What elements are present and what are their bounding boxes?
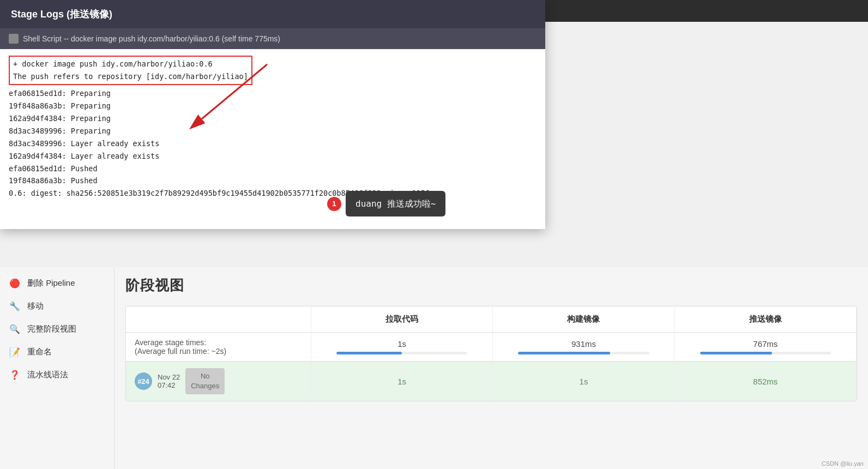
build-badge[interactable]: #24 [135, 372, 152, 390]
help-icon: ❓ [9, 369, 21, 381]
avg-time-3: 767ms [753, 339, 777, 348]
sidebar-item-label: 删除 Pipeline [27, 278, 75, 288]
col-header-gjjx: 构建镜像 [493, 306, 674, 332]
annotation-tooltip: 1 duang 推送成功啦~ [327, 191, 445, 217]
build-row: #24 Nov 22 07:42 NoChanges 1s 1s 852ms [126, 362, 857, 401]
avg-value-3: 767ms [675, 333, 857, 361]
stage-logs-body: + docker image push idy.com/harbor/yilia… [0, 49, 545, 229]
avg-full-run: (Average full run time: ~2s) [135, 347, 302, 356]
terminal-icon [9, 34, 19, 44]
stage-logs-subheader: Shell Script -- docker image push idy.co… [0, 28, 545, 49]
watermark: CSDN @liu.yan [822, 460, 864, 467]
sidebar-item-label: 完整阶段视图 [27, 324, 76, 334]
log-highlighted-block: + docker image push idy.com/harbor/yilia… [9, 56, 252, 85]
log-line-1: The push refers to repository [idy.com/h… [13, 70, 248, 83]
stage-logs-panel: Stage Logs (推送镜像) Shell Script -- docker… [0, 0, 545, 229]
log-line-8: efa06815ed1d: Pushed [9, 163, 537, 175]
col-header-tsjx: 推送镜像 [675, 306, 857, 332]
main-area: 阶段视图 拉取代码 构建镜像 推送镜像 Average stage times:… [114, 267, 868, 469]
log-line-9: 19f848a86a3b: Pushed [9, 175, 537, 187]
no-changes-box: NoChanges [185, 368, 225, 394]
sidebar: 🔴 删除 Pipeline 🔧 移动 🔍 完整阶段视图 📝 重命名 ❓ 流水线语… [0, 267, 114, 469]
sidebar-item-label: 流水线语法 [27, 370, 68, 380]
subheader-text: Shell Script -- docker image push idy.co… [23, 34, 280, 43]
progress-fill-2 [518, 352, 610, 354]
build-time-1: 1s [311, 362, 493, 401]
stage-logs-header: Stage Logs (推送镜像) [0, 0, 545, 28]
annotation-badge: 1 [327, 197, 341, 211]
col-header-lqdk: 拉取代码 [311, 306, 493, 332]
build-info: Nov 22 07:42 [158, 373, 180, 389]
pipeline-table: 拉取代码 构建镜像 推送镜像 Average stage times: (Ave… [125, 306, 857, 401]
build-time-3: 852ms [675, 362, 857, 401]
progress-track-1 [336, 352, 467, 354]
build-info-cell: #24 Nov 22 07:42 NoChanges [126, 362, 311, 401]
sidebar-item-label: 移动 [27, 301, 44, 311]
delete-icon: 🔴 [9, 277, 21, 289]
avg-time-2: 931ms [571, 339, 596, 348]
main-title: 阶段视图 [125, 276, 857, 295]
sidebar-item-full-stage-view[interactable]: 🔍 完整阶段视图 [0, 317, 114, 340]
sidebar-item-delete-pipeline[interactable]: 🔴 删除 Pipeline [0, 272, 114, 294]
view-icon: 🔍 [9, 323, 21, 335]
table-header: 拉取代码 构建镜像 推送镜像 [126, 306, 857, 333]
build-time: 07:42 [158, 381, 180, 389]
move-icon: 🔧 [9, 300, 21, 312]
log-line-10: 0.6: digest: sha256:520851e3b319c2f7b892… [9, 187, 537, 200]
log-line-3: 19f848a86a3b: Preparing [9, 100, 537, 112]
log-line-5: 8d3ac3489996: Preparing [9, 125, 537, 137]
annotation-bubble: duang 推送成功啦~ [346, 191, 445, 217]
avg-value-2: 931ms [493, 333, 674, 361]
progress-track-3 [700, 352, 831, 354]
log-line-2: efa06815ed1d: Preparing [9, 87, 537, 100]
avg-value-1: 1s [311, 333, 493, 361]
avg-time-1: 1s [397, 339, 406, 348]
sidebar-item-rename[interactable]: 📝 重命名 [0, 340, 114, 363]
log-line-6: 8d3ac3489996: Layer already exists [9, 137, 537, 150]
progress-track-2 [518, 352, 649, 354]
sidebar-item-move[interactable]: 🔧 移动 [0, 294, 114, 317]
avg-label: Average stage times: [135, 338, 302, 347]
progress-fill-1 [336, 352, 402, 354]
sidebar-item-pipeline-syntax[interactable]: ❓ 流水线语法 [0, 363, 114, 386]
build-time-2: 1s [493, 362, 674, 401]
avg-label-cell: Average stage times: (Average full run t… [126, 333, 311, 361]
sidebar-item-label: 重命名 [27, 347, 52, 357]
col-header-empty [126, 306, 311, 332]
build-date: Nov 22 [158, 373, 180, 381]
avg-row: Average stage times: (Average full run t… [126, 333, 857, 362]
log-line-4: 162a9d4f4384: Preparing [9, 112, 537, 125]
rename-icon: 📝 [9, 346, 21, 358]
progress-fill-3 [700, 352, 772, 354]
log-line-0: + docker image push idy.com/harbor/yilia… [13, 58, 248, 70]
log-line-7: 162a9d4f4384: Layer already exists [9, 150, 537, 163]
